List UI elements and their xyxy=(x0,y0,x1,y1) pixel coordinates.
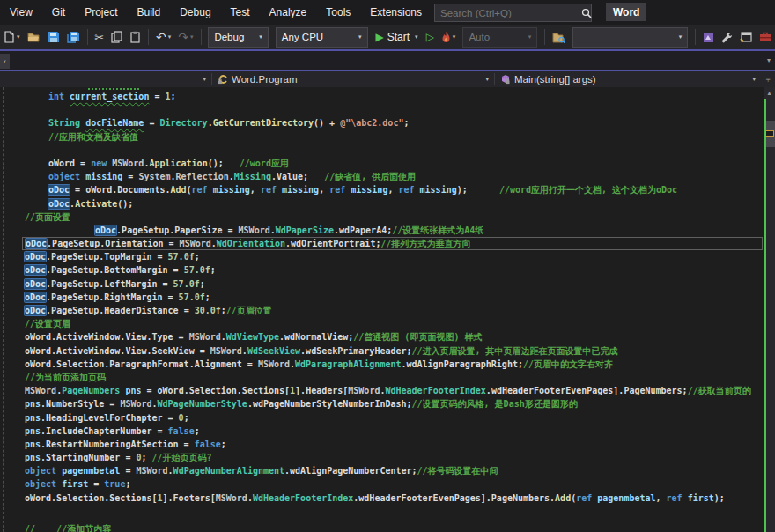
menu-tools[interactable]: Tools xyxy=(316,0,360,25)
code-line: //设置页眉 xyxy=(22,317,763,330)
code-line: object pagenmbetal = MSWord.WdPageNumber… xyxy=(22,464,763,477)
code-line: oDoc.PageSetup.TopMargin = 57.0f; xyxy=(22,250,763,263)
find-in-files-icon xyxy=(552,32,565,43)
code-editor[interactable]: int current_section = 1;String docFileNa… xyxy=(0,87,775,532)
menu-analyze[interactable]: Analyze xyxy=(260,0,317,25)
new-file-icon xyxy=(4,31,15,43)
toolbox-icon xyxy=(759,32,771,42)
tab-list-dropdown-arrow[interactable]: ▾ xyxy=(767,56,771,64)
platform-dropdown[interactable]: Any CPU ▾ xyxy=(276,27,368,48)
menu-debug[interactable]: Debug xyxy=(170,0,220,25)
new-file-button[interactable]: ▾ xyxy=(1,27,23,47)
code-line: oDoc.PageSetup.RightMargin = 57.0f; xyxy=(22,291,763,304)
project-dropdown[interactable]: ▾ xyxy=(0,71,211,87)
undo-icon: ↶ xyxy=(156,30,166,44)
hot-reload-dropdown-arrow[interactable]: ▾ xyxy=(453,33,456,41)
open-file-button[interactable] xyxy=(25,27,43,47)
code-line: pns.RestartNumberingAtSection = false; xyxy=(22,438,763,451)
cut-scissors-icon: ✂ xyxy=(94,31,104,44)
menu-test[interactable]: Test xyxy=(221,0,260,25)
toolbar-empty-dropdown[interactable]: ▾ xyxy=(572,27,688,48)
code-line: oDoc.PageSetup.Orientation = MSWord.WdOr… xyxy=(22,237,763,250)
undo-dropdown-arrow[interactable]: ▾ xyxy=(168,33,172,41)
code-line: oDoc = oWord.Documents.Add(ref missing, … xyxy=(22,183,763,196)
tab-scroll-left-button[interactable]: ‹ xyxy=(0,54,10,69)
type-dropdown[interactable]: Word.Program ▾ xyxy=(212,71,494,87)
new-file-dropdown-arrow[interactable]: ▾ xyxy=(17,33,20,41)
code-line: object missing = System.Reflection.Missi… xyxy=(22,170,763,183)
redo-icon: ↷ xyxy=(178,30,188,44)
code-line: object first = true; xyxy=(22,477,763,491)
code-line: oDoc.PageSetup.HeaderDistance = 30.0f;//… xyxy=(22,304,763,317)
code-line: oWord = new MSWord.Application(); //word… xyxy=(22,157,763,170)
cut-button[interactable]: ✂ xyxy=(92,27,107,47)
code-line: oWord.Selection.ParagraphFormat.Alignmen… xyxy=(22,358,763,371)
menu-view[interactable]: View xyxy=(0,0,42,25)
code-line: String docFileName = Directory.GetCurren… xyxy=(22,116,763,129)
code-line: oDoc.Activate(); xyxy=(22,197,763,211)
menu-project[interactable]: Project xyxy=(75,0,127,25)
save-all-button[interactable] xyxy=(64,27,83,47)
code-line: pns.StartingNumber = 0; //开始页页码? xyxy=(22,451,763,464)
copy-button[interactable] xyxy=(108,27,125,47)
code-line xyxy=(22,144,763,157)
chevron-down-icon: ▾ xyxy=(351,33,362,41)
start-dropdown-arrow[interactable]: ▾ xyxy=(415,33,418,41)
code-line: oWord.ActiveWindow.View.Type = MSWord.Wd… xyxy=(22,330,763,344)
start-play-icon: ▶ xyxy=(376,31,384,43)
toolbar-separator xyxy=(544,29,545,45)
code-line: //为当前页添加页码 xyxy=(22,371,763,384)
toolbar: ▾ ✂ ↶ ▾ ↷ ▾ Debug ▾ Any CPU ▾ ▶ Start ▾ … xyxy=(0,25,775,49)
auto-value: Auto xyxy=(469,32,490,42)
code-line: //应用和文档及缺省值 xyxy=(22,130,763,144)
hot-reload-button[interactable]: ▾ xyxy=(439,27,459,47)
code-lines: int current_section = 1;String docFileNa… xyxy=(22,90,763,532)
start-label: Start xyxy=(388,31,410,43)
wrench-icon xyxy=(721,32,733,43)
scrollbar-up-arrow-icon[interactable]: ▴ xyxy=(764,87,775,99)
find-in-files-button[interactable] xyxy=(550,27,568,47)
toolbox-button[interactable] xyxy=(757,27,774,47)
code-line: //页面设置 xyxy=(22,211,763,224)
ide-extension-button[interactable] xyxy=(700,27,717,47)
redo-button[interactable]: ↷ ▾ xyxy=(175,27,196,47)
redo-dropdown-arrow[interactable]: ▾ xyxy=(190,33,194,41)
code-line: MSWord.PageNumbers pns = oWord.Selection… xyxy=(22,384,763,397)
code-line: int current_section = 1; xyxy=(22,90,763,103)
code-line: pns.IncludeChapterNumber = false; xyxy=(22,425,763,438)
start-debug-button[interactable]: ▶ Start ▾ xyxy=(376,31,418,43)
paste-clipboard-icon xyxy=(129,31,141,43)
run-without-debug-button[interactable]: ▷ xyxy=(426,31,434,43)
code-line: oDoc.PageSetup.LeftMargin = 57.0f; xyxy=(22,277,763,291)
menu-build[interactable]: Build xyxy=(128,0,171,25)
window-title: Word xyxy=(606,3,646,21)
vertical-scrollbar[interactable]: ▴ xyxy=(764,87,775,532)
wrench-button[interactable] xyxy=(719,27,735,47)
search-box[interactable] xyxy=(434,4,592,22)
caret-position-marker xyxy=(765,130,774,137)
menu-bar: View Git Project Build Debug Test Analyz… xyxy=(0,0,775,25)
code-line: // //添加节内容 xyxy=(22,522,763,532)
search-icon[interactable] xyxy=(581,8,592,18)
member-dropdown[interactable]: Main(string[] args) ▾ xyxy=(495,71,761,87)
undo-button[interactable]: ↶ ▾ xyxy=(153,27,173,47)
chevron-down-icon: ▾ xyxy=(480,76,489,83)
vs-ide-window: { "window": { "solution_title": "Word" }… xyxy=(0,0,775,532)
editor-split-handle[interactable]: ⫧ xyxy=(761,71,775,87)
window-settings-icon xyxy=(740,32,752,43)
window-settings-button[interactable] xyxy=(737,27,755,47)
class-icon xyxy=(218,74,228,85)
toolbar-separator xyxy=(695,29,696,45)
code-line: oDoc.PageSetup.BottomMargin = 57.0f; xyxy=(22,263,763,277)
open-folder-icon xyxy=(27,32,41,43)
configuration-dropdown[interactable]: Debug ▾ xyxy=(208,27,268,48)
paste-button[interactable] xyxy=(127,27,144,47)
menu-git[interactable]: Git xyxy=(42,0,75,25)
menu-extensions[interactable]: Extensions xyxy=(360,0,432,25)
code-line xyxy=(22,103,763,116)
hot-reload-flame-icon xyxy=(441,32,451,43)
save-button[interactable] xyxy=(45,27,63,47)
code-line xyxy=(22,505,763,518)
auto-dropdown: Auto ▾ xyxy=(462,27,537,48)
search-input[interactable] xyxy=(435,8,581,18)
